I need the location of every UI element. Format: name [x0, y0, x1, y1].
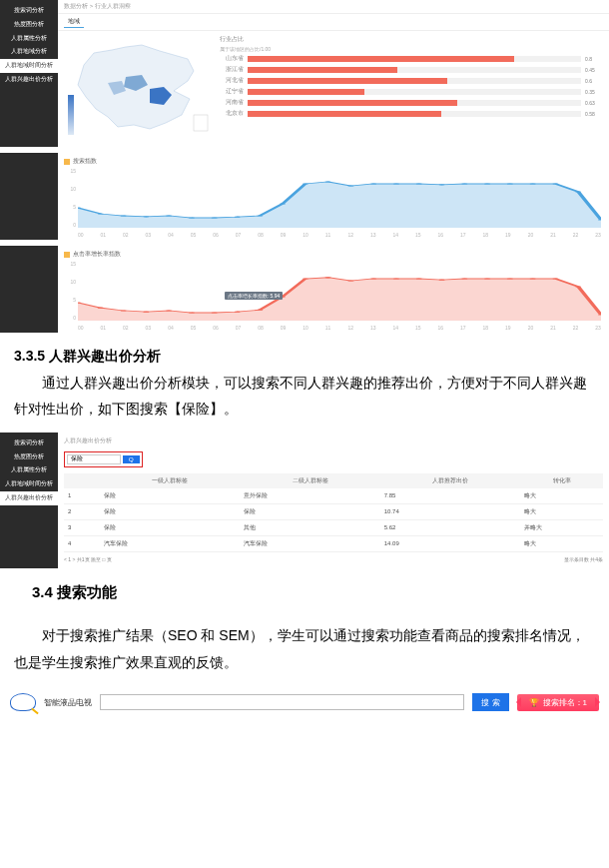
china-map — [64, 35, 214, 139]
rank-bar — [248, 100, 581, 106]
legend-swatch-icon — [64, 252, 70, 258]
table-cell: 意外保险 — [240, 488, 379, 504]
col-l1: 一级人群标签 — [100, 473, 240, 488]
rank-label: 河北省 — [220, 76, 244, 85]
table-cell: 略大 — [520, 503, 603, 519]
svg-point-10 — [280, 203, 286, 204]
svg-point-11 — [303, 183, 308, 184]
sidebar-item-heatmap[interactable]: 热度图分析 — [0, 450, 58, 464]
sidebar-item-keyword[interactable]: 搜索词分析 — [0, 436, 58, 450]
table-row: 1保险意外保险7.85略大 — [64, 488, 603, 504]
svg-point-29 — [166, 310, 172, 311]
section-335: 3.3.5 人群兴趣出价分析 通过人群兴趣出价分析模块，可以搜索不同人群兴趣的推… — [0, 333, 609, 433]
svg-point-44 — [507, 278, 513, 279]
svg-point-14 — [370, 183, 376, 184]
sidebar-item-region-time[interactable]: 人群地域时间分析 — [0, 477, 58, 491]
rank-value: 0.58 — [585, 111, 603, 117]
rank-row: 山东省0.8 — [220, 54, 603, 63]
col-index — [64, 473, 100, 488]
product-name: 智能液晶电视 — [44, 697, 92, 708]
sidebar-placeholder — [0, 153, 58, 240]
main-search-button[interactable]: 搜 索 — [472, 693, 508, 711]
sidebar-item-heatmap[interactable]: 热度图分析 — [0, 18, 58, 32]
svg-point-2 — [98, 213, 104, 214]
sidebar-item-attr[interactable]: 人群属性分析 — [0, 463, 58, 477]
rank-row: 河南省0.63 — [220, 98, 603, 107]
table-cell: 其他 — [240, 519, 379, 535]
tab-region[interactable]: 地域 — [64, 16, 84, 28]
sidebar-item-keyword[interactable]: 搜索词分析 — [0, 4, 58, 18]
pager-left[interactable]: < 1 > 共1页 跳至 □ 页 — [64, 556, 112, 562]
table-cell: 保险 — [100, 503, 240, 519]
sidebar-placeholder — [0, 246, 58, 333]
svg-point-31 — [212, 312, 218, 313]
rank-label: 河南省 — [220, 98, 244, 107]
svg-point-5 — [166, 215, 172, 216]
rank-value: 0.63 — [585, 100, 603, 106]
rank-value: 0.6 — [585, 78, 603, 84]
rank-bar — [248, 78, 581, 84]
interest-search-button[interactable]: Q — [123, 455, 140, 463]
svg-point-13 — [347, 185, 353, 186]
interest-bid-panel: 搜索词分析 热度图分析 人群属性分析 人群地域时间分析 人群兴趣出价分析 人群兴… — [0, 433, 609, 568]
breadcrumb: 数据分析 > 行业人群洞察 — [58, 0, 609, 14]
svg-point-41 — [438, 280, 444, 281]
table-cell: 保险 — [100, 519, 240, 535]
svg-point-38 — [370, 278, 376, 279]
rank-list: 行业占比 属于该地区的占比/1.00 山东省0.8 浙江省0.45 河北省0.6… — [220, 35, 603, 139]
svg-point-6 — [189, 217, 195, 218]
rank-bar — [248, 89, 581, 95]
rank-title: 行业占比 — [220, 35, 603, 44]
svg-point-30 — [189, 312, 195, 313]
table-cell: 5.62 — [380, 519, 520, 535]
interest-bid-table: 一级人群标签 二级人群标签 人群推荐出价 转化率 1保险意外保险7.85略大2保… — [64, 473, 603, 552]
chart-title: 点击率增长率指数 — [73, 250, 121, 259]
svg-point-26 — [98, 308, 104, 309]
section-34: 3.4 搜索功能 对于搜索推广结果（SEO 和 SEM），学生可以通过搜索功能查… — [0, 568, 609, 686]
svg-point-7 — [212, 217, 218, 218]
panel-title: 人群兴趣出价分析 — [64, 436, 603, 445]
legend-swatch-icon — [64, 159, 70, 165]
main-search-input[interactable] — [100, 694, 464, 710]
table-cell: 略大 — [520, 535, 603, 551]
sidebar-item-attr[interactable]: 人群属性分析 — [0, 32, 58, 46]
svg-point-15 — [393, 183, 399, 184]
rank-subtitle: 属于该地区的占比/1.00 — [220, 46, 603, 52]
rank-row: 辽宁省0.35 — [220, 87, 603, 96]
table-cell: 汽车保险 — [100, 535, 240, 551]
rank-row: 浙江省0.45 — [220, 65, 603, 74]
sidebar: 搜索词分析 热度图分析 人群属性分析 人群地域分析 人群地域时间分析 人群兴趣出… — [0, 0, 58, 147]
paragraph: 对于搜索推广结果（SEO 和 SEM），学生可以通过搜索功能查看商品的搜索排名情… — [14, 622, 595, 675]
svg-point-8 — [234, 217, 240, 218]
table-row: 4汽车保险汽车保险14.09略大 — [64, 535, 603, 551]
interest-search-input[interactable] — [67, 454, 121, 464]
sidebar-item-interest[interactable]: 人群兴趣出价分析 — [0, 73, 58, 87]
svg-point-22 — [552, 183, 558, 184]
svg-point-47 — [575, 286, 581, 287]
heading-34: 3.4 搜索功能 — [32, 578, 595, 607]
rank-label: 浙江省 — [220, 65, 244, 74]
sidebar-item-region[interactable]: 人群地域分析 — [0, 45, 58, 59]
x-axis: 0001020304050607080910111213141516171819… — [78, 232, 601, 238]
sidebar-item-interest[interactable]: 人群兴趣出价分析 — [0, 491, 58, 505]
map-legend — [68, 95, 74, 135]
table-row: 2保险保险10.74略大 — [64, 503, 603, 519]
sidebar-item-region-time[interactable]: 人群地域时间分析 — [0, 59, 58, 73]
table-cell: 保险 — [240, 503, 379, 519]
table-cell: 7.85 — [380, 488, 520, 504]
svg-point-32 — [234, 312, 240, 313]
svg-point-21 — [530, 183, 536, 184]
rank-bar — [248, 67, 581, 73]
svg-point-39 — [393, 278, 399, 279]
chart-head: 点击率增长率指数 — [64, 250, 603, 259]
search-box-highlight: Q — [64, 451, 143, 467]
rank-value: 0.45 — [585, 67, 603, 73]
search-index-chart: 搜索指数 151050 0001020304050607080910111213… — [0, 153, 609, 240]
chart-tooltip: 点击率增长率指数: 5.94 — [225, 292, 284, 300]
trophy-icon: 🏆 — [529, 698, 539, 707]
svg-point-3 — [120, 215, 126, 216]
svg-point-9 — [257, 215, 263, 216]
map-panel: 搜索词分析 热度图分析 人群属性分析 人群地域分析 人群地域时间分析 人群兴趣出… — [0, 0, 609, 147]
table-cell: 略大 — [520, 488, 603, 504]
svg-point-40 — [416, 278, 422, 279]
